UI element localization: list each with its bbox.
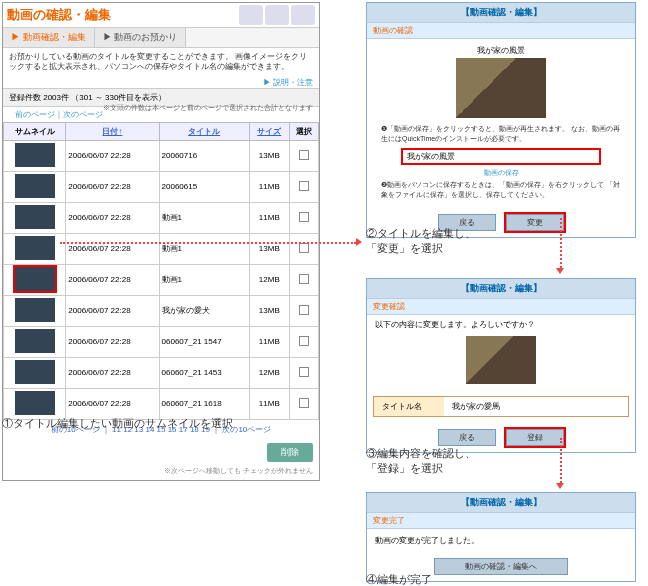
save-video-link[interactable]: 動画の保存 — [484, 169, 519, 176]
thumbnail[interactable] — [15, 298, 55, 322]
rp1-title: 【動画確認・編集】 — [367, 3, 635, 22]
title-label: タイトル名 — [374, 397, 444, 416]
rp1-note1: ❶「動画の保存」をクリックすると、動画が再生されます。 なお、動画の再生にはQu… — [373, 122, 629, 146]
page-title: 動画の確認・編集 — [7, 6, 111, 24]
thumbnail[interactable] — [15, 174, 55, 198]
cell-date: 2006/06/07 22:28 — [66, 388, 159, 419]
cell-size: 12MB — [249, 264, 289, 295]
table-row: 2006/06/07 22:28動画112MB — [4, 264, 319, 295]
cell-size: 11MB — [249, 326, 289, 357]
cell-title: 060607_21 1453 — [159, 357, 249, 388]
row-checkbox[interactable] — [299, 212, 309, 222]
tab-edit[interactable]: ▶ 動画確認・編集 — [3, 28, 95, 47]
header-icons — [239, 5, 315, 25]
cell-size: 13MB — [249, 233, 289, 264]
count-text: 登録件数 2003件 （301 ～ 330件目を表示） — [9, 93, 166, 102]
cell-size: 11MB — [249, 202, 289, 233]
col-sel: 選択 — [289, 122, 318, 140]
rp2-sub: 変更確認 — [367, 298, 635, 315]
table-row: 2006/06/07 22:28060607_21 145312MB — [4, 357, 319, 388]
title-input[interactable] — [401, 148, 601, 165]
cell-date: 2006/06/07 22:28 — [66, 171, 159, 202]
col-date[interactable]: 日付↑ — [102, 127, 122, 136]
cell-size: 13MB — [249, 295, 289, 326]
arrow-3 — [560, 438, 562, 483]
thumbnail[interactable] — [15, 391, 55, 415]
row-checkbox[interactable] — [299, 336, 309, 346]
panel-edit: 【動画確認・編集】 動画の確認 我が家の風景 ❶「動画の保存」をクリックすると、… — [366, 2, 636, 238]
panel-done: 【動画確認・編集】 変更完了 動画の変更が完了しました。 動画の確認・編集へ — [366, 492, 636, 582]
row-checkbox[interactable] — [299, 367, 309, 377]
cell-date: 2006/06/07 22:28 — [66, 357, 159, 388]
pager-top[interactable]: 前のページ｜次のページ — [15, 110, 103, 119]
cell-date: 2006/06/07 22:28 — [66, 202, 159, 233]
cell-size: 13MB — [249, 140, 289, 171]
row-checkbox[interactable] — [299, 305, 309, 315]
table-row: 2006/06/07 22:282006071613MB — [4, 140, 319, 171]
row-checkbox[interactable] — [299, 274, 309, 284]
goto-edit-button[interactable]: 動画の確認・編集へ — [434, 558, 568, 575]
cell-date: 2006/06/07 22:28 — [66, 295, 159, 326]
caption-1: ①タイトル編集したい動画のサムネイルを選択 — [2, 416, 233, 431]
table-row: 2006/06/07 22:28我が家の愛犬13MB — [4, 295, 319, 326]
delete-button[interactable]: 削除 — [267, 443, 313, 462]
row-checkbox[interactable] — [299, 150, 309, 160]
arrow-1 — [60, 242, 356, 244]
register-button[interactable]: 登録 — [506, 429, 564, 446]
count-bar: 登録件数 2003件 （301 ～ 330件目を表示） ※文頭の件数は本ページと… — [3, 88, 319, 107]
rp1-img-cap: 我が家の風景 — [373, 45, 629, 56]
cell-date: 2006/06/07 22:28 — [66, 326, 159, 357]
cell-title: 060607_21 1547 — [159, 326, 249, 357]
row-checkbox[interactable] — [299, 398, 309, 408]
panel-confirm: 【動画確認・編集】 変更確認 以下の内容に変更します。よろしいですか？ タイトル… — [366, 278, 636, 453]
col-thumb: サムネイル — [4, 122, 66, 140]
thumbnail[interactable] — [15, 360, 55, 384]
rp3-title: 【動画確認・編集】 — [367, 493, 635, 512]
arrow-2 — [560, 218, 562, 268]
check-note: ※文頭の件数は本ページと前のページで選択された合計となります — [103, 103, 313, 113]
row-checkbox[interactable] — [299, 181, 309, 191]
cell-date: 2006/06/07 22:28 — [66, 264, 159, 295]
rp3-msg: 動画の変更が完了しました。 — [367, 529, 635, 552]
thumbnail[interactable] — [15, 267, 55, 291]
arrow-1-head — [356, 238, 362, 246]
preview-image — [456, 58, 546, 118]
cell-size: 11MB — [249, 171, 289, 202]
col-size[interactable]: サイズ — [257, 127, 281, 136]
thumbnail[interactable] — [15, 236, 55, 260]
tab-storage[interactable]: ▶ 動画のお預かり — [95, 28, 187, 47]
back-button-2[interactable]: 戻る — [438, 429, 496, 446]
rp2-q: 以下の内容に変更します。よろしいですか？ — [367, 315, 635, 334]
pc-icon — [291, 5, 315, 25]
title-value: 我が家の愛馬 — [444, 397, 628, 416]
cell-size: 11MB — [249, 388, 289, 419]
cell-date: 2006/06/07 22:28 — [66, 140, 159, 171]
col-title[interactable]: タイトル — [188, 127, 220, 136]
photo-icon — [265, 5, 289, 25]
table-row: 2006/06/07 22:28060607_21 161811MB — [4, 388, 319, 419]
thumbnail[interactable] — [15, 205, 55, 229]
thumbnail[interactable] — [15, 143, 55, 167]
caption-2: ②タイトルを編集し、 「変更」を選択 — [366, 226, 476, 256]
change-button[interactable]: 変更 — [506, 214, 564, 231]
caption-3: ③編集内容を確認し、 「登録」を選択 — [366, 446, 476, 476]
rp2-title: 【動画確認・編集】 — [367, 279, 635, 298]
rp1-sub: 動画の確認 — [367, 22, 635, 39]
cell-title: 20060716 — [159, 140, 249, 171]
cell-date: 2006/06/07 22:28 — [66, 233, 159, 264]
help-link[interactable]: ▶ 説明・注意 — [263, 78, 313, 87]
cell-title: 我が家の愛犬 — [159, 295, 249, 326]
arrow-2-head — [556, 268, 564, 274]
confirm-image — [466, 336, 536, 384]
description: お預かりしている動画のタイトルを変更することができます。 画像イメージをクリック… — [3, 48, 319, 77]
table-row: 2006/06/07 22:28動画111MB — [4, 202, 319, 233]
table-row: 2006/06/07 22:282006061511MB — [4, 171, 319, 202]
table-row: 2006/06/07 22:28動画113MB — [4, 233, 319, 264]
thumbnail[interactable] — [15, 329, 55, 353]
cell-title: 動画1 — [159, 202, 249, 233]
table-row: 2006/06/07 22:28060607_21 154711MB — [4, 326, 319, 357]
video-table: サムネイル 日付↑ タイトル サイズ 選択 2006/06/07 22:2820… — [3, 122, 319, 420]
rp1-note2: ❷動画をパソコンに保存するときは、「動画の保存」を右クリックして 「対象をファイ… — [373, 178, 629, 202]
row-checkbox[interactable] — [299, 243, 309, 253]
arrow-3-head — [556, 483, 564, 489]
